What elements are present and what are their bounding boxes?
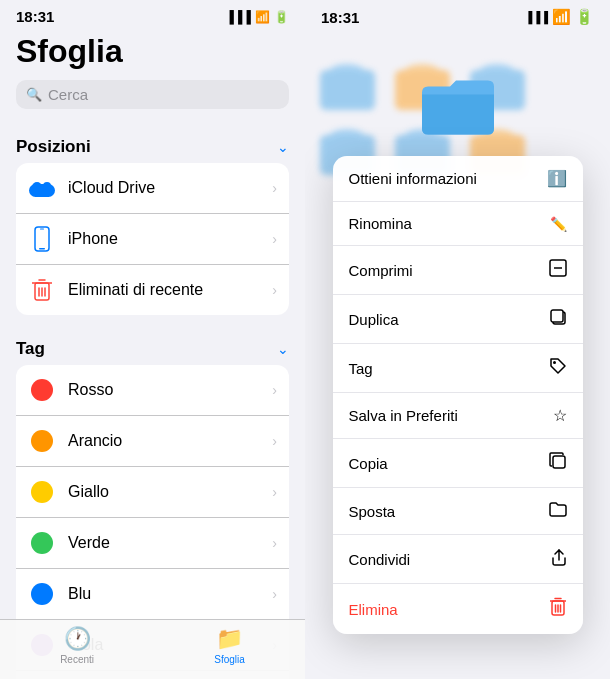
blu-label: Blu bbox=[68, 585, 260, 603]
chevron-right-icon: › bbox=[272, 231, 277, 247]
favorite-label: Salva in Preferiti bbox=[349, 407, 458, 424]
svg-rect-27 bbox=[551, 310, 563, 322]
copy-label: Copia bbox=[349, 455, 388, 472]
list-item[interactable]: Eliminati di recente › bbox=[16, 265, 289, 315]
chevron-right-icon: › bbox=[272, 180, 277, 196]
list-item[interactable]: Giallo › bbox=[16, 467, 289, 518]
svg-point-1 bbox=[32, 182, 42, 192]
tab-sfoglia[interactable]: 📁 Sfoglia bbox=[214, 626, 245, 665]
rosso-dot-icon bbox=[28, 376, 56, 404]
info-label: Ottieni informazioni bbox=[349, 170, 477, 187]
verde-dot-icon bbox=[28, 529, 56, 557]
posizioni-chevron-icon[interactable]: ⌄ bbox=[277, 139, 289, 155]
duplicate-icon bbox=[549, 308, 567, 330]
svg-rect-4 bbox=[39, 248, 45, 250]
context-duplicate[interactable]: Duplica bbox=[333, 295, 583, 344]
svg-point-28 bbox=[553, 361, 556, 364]
list-item[interactable]: iCloud Drive › bbox=[16, 163, 289, 214]
status-bar-left: 18:31 ▐▐▐ 📶 🔋 bbox=[0, 0, 305, 29]
context-move[interactable]: Sposta bbox=[333, 488, 583, 535]
wifi-icon-right: 📶 bbox=[552, 8, 571, 26]
chevron-right-icon: › bbox=[272, 282, 277, 298]
wifi-icon: 📶 bbox=[255, 10, 270, 24]
search-bar[interactable]: 🔍 Cerca bbox=[16, 80, 289, 109]
recenti-tab-label: Recenti bbox=[60, 654, 94, 665]
share-icon bbox=[551, 548, 567, 570]
icloud-label: iCloud Drive bbox=[68, 179, 260, 197]
tag-section-header: Tag ⌄ bbox=[0, 323, 305, 365]
tab-recenti[interactable]: 🕐 Recenti bbox=[60, 626, 94, 665]
giallo-dot-icon bbox=[28, 478, 56, 506]
list-item[interactable]: Verde › bbox=[16, 518, 289, 569]
battery-icon-right: 🔋 bbox=[575, 8, 594, 26]
svg-rect-3 bbox=[35, 227, 49, 251]
arancio-dot-icon bbox=[28, 427, 56, 455]
svg-point-2 bbox=[43, 182, 51, 190]
list-item[interactable]: Arancio › bbox=[16, 416, 289, 467]
browse-header: Sfoglia 🔍 Cerca bbox=[0, 29, 305, 121]
recenti-icon: 🕐 bbox=[64, 626, 91, 652]
signal-icon-right: ▐▐▐ bbox=[525, 11, 548, 23]
status-bar-right: 18:31 ▐▐▐ 📶 🔋 bbox=[305, 0, 610, 30]
arancio-label: Arancio bbox=[68, 432, 260, 450]
context-info[interactable]: Ottieni informazioni ℹ️ bbox=[333, 156, 583, 202]
trash-delete-icon bbox=[549, 597, 567, 621]
rosso-label: Rosso bbox=[68, 381, 260, 399]
trash-label: Eliminati di recente bbox=[68, 281, 260, 299]
chevron-right-icon: › bbox=[272, 484, 277, 500]
folder-preview bbox=[418, 70, 498, 144]
signal-icon: ▐▐▐ bbox=[225, 10, 251, 24]
move-label: Sposta bbox=[349, 503, 396, 520]
time-left: 18:31 bbox=[16, 8, 54, 25]
search-icon: 🔍 bbox=[26, 87, 42, 102]
right-panel: 18:31 ▐▐▐ 📶 🔋 Ottieni informazioni ℹ️ Ri… bbox=[305, 0, 610, 679]
copy-icon bbox=[549, 452, 567, 474]
folder-move-icon bbox=[549, 501, 567, 521]
list-item[interactable]: iPhone › bbox=[16, 214, 289, 265]
context-delete[interactable]: Elimina bbox=[333, 584, 583, 634]
iphone-icon bbox=[28, 225, 56, 253]
context-favorite[interactable]: Salva in Preferiti ☆ bbox=[333, 393, 583, 439]
verde-label: Verde bbox=[68, 534, 260, 552]
pencil-icon: ✏️ bbox=[550, 216, 567, 232]
icloud-icon bbox=[28, 174, 56, 202]
rename-label: Rinomina bbox=[349, 215, 412, 232]
svg-rect-29 bbox=[553, 456, 565, 468]
info-icon: ℹ️ bbox=[547, 169, 567, 188]
trash-icon bbox=[28, 276, 56, 304]
posizioni-section-header: Posizioni ⌄ bbox=[0, 121, 305, 163]
chevron-right-icon: › bbox=[272, 586, 277, 602]
list-item[interactable]: Blu › bbox=[16, 569, 289, 620]
battery-icon: 🔋 bbox=[274, 10, 289, 24]
context-compress[interactable]: Comprimi bbox=[333, 246, 583, 295]
blu-dot-icon bbox=[28, 580, 56, 608]
list-item[interactable]: Rosso › bbox=[16, 365, 289, 416]
posizioni-title: Posizioni bbox=[16, 137, 91, 157]
status-icons-left: ▐▐▐ 📶 🔋 bbox=[225, 10, 289, 24]
delete-label: Elimina bbox=[349, 601, 398, 618]
compress-icon bbox=[549, 259, 567, 281]
svg-rect-5 bbox=[40, 229, 44, 230]
tag-label: Tag bbox=[349, 360, 373, 377]
tag-chevron-icon[interactable]: ⌄ bbox=[277, 341, 289, 357]
chevron-right-icon: › bbox=[272, 382, 277, 398]
iphone-label: iPhone bbox=[68, 230, 260, 248]
tag-title: Tag bbox=[16, 339, 45, 359]
context-copy[interactable]: Copia bbox=[333, 439, 583, 488]
context-rename[interactable]: Rinomina ✏️ bbox=[333, 202, 583, 246]
page-title: Sfoglia bbox=[16, 33, 289, 70]
context-tag[interactable]: Tag bbox=[333, 344, 583, 393]
context-menu: Ottieni informazioni ℹ️ Rinomina ✏️ Comp… bbox=[333, 156, 583, 634]
posizioni-list: iCloud Drive › iPhone › bbox=[16, 163, 289, 315]
scroll-content: Posizioni ⌄ iCloud Drive › bbox=[0, 121, 305, 679]
compress-label: Comprimi bbox=[349, 262, 413, 279]
status-icons-right: ▐▐▐ 📶 🔋 bbox=[525, 8, 594, 26]
giallo-label: Giallo bbox=[68, 483, 260, 501]
star-icon: ☆ bbox=[553, 406, 567, 425]
context-share[interactable]: Condividi bbox=[333, 535, 583, 584]
sfoglia-icon: 📁 bbox=[216, 626, 243, 652]
context-overlay: Ottieni informazioni ℹ️ Rinomina ✏️ Comp… bbox=[305, 0, 610, 679]
time-right: 18:31 bbox=[321, 9, 359, 26]
tab-bar: 🕐 Recenti 📁 Sfoglia bbox=[0, 619, 305, 679]
share-label: Condividi bbox=[349, 551, 411, 568]
